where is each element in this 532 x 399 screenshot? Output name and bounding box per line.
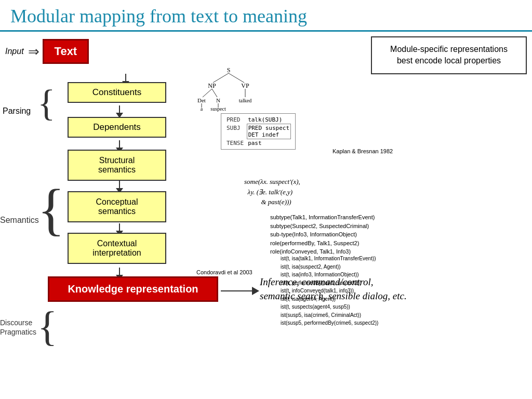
parsing-brace-icon: { (37, 84, 56, 122)
ist-item-6: ist(t, isa(agent4, Agent)) (281, 295, 378, 303)
svg-line-1 (213, 73, 229, 83)
svg-text:N: N (216, 97, 220, 103)
ist-item-7: ist(t, suspects(agent4, susp5)) (281, 303, 378, 311)
ist-item-3: ist(t, isa(info3, InformationObject)) (281, 271, 378, 279)
semantics-brace-icon: { (37, 181, 65, 238)
svg-text:S: S (227, 66, 231, 74)
svg-text:a: a (201, 106, 203, 112)
svg-text:suspect: suspect (210, 106, 226, 112)
subtype-item-4: role(performedBy, Talk1, Suspect2) (270, 239, 375, 248)
lfg-tense-label: TENSE (225, 139, 247, 148)
constituents-box: Constituents (68, 82, 166, 103)
lfg-past: past (247, 139, 290, 148)
input-row: Input ⇒ Text (5, 39, 89, 64)
input-label: Input (5, 47, 24, 56)
title-bar: Modular mapping from text to meaning (0, 0, 532, 32)
input-arrow-icon: ⇒ (28, 44, 39, 60)
ist-item-9: ist(susp5, performedBy(crime6, suspect2)… (281, 319, 378, 327)
text-box: Text (43, 39, 89, 64)
kaplan-citation: Kaplan & Bresnan 1982 (332, 148, 393, 154)
svg-text:talked: talked (239, 98, 251, 103)
ist-item-4: ist(t, performedBy(talk1, suspect2)) (281, 279, 378, 287)
knowledge-to-inference-arrow (221, 287, 259, 295)
subtype-item-1: subtype(Talk1, InformationTransferEvent) (270, 213, 375, 222)
svg-line-2 (229, 73, 244, 83)
slide-title: Modular mapping from text to meaning (10, 6, 307, 26)
ist-list: ist(t, isa(talk1, InformationTransferEve… (281, 255, 378, 327)
conceptual-semantics-box: Conceptual semantics (68, 191, 166, 222)
discourse-brace-icon: { (37, 305, 57, 347)
module-specific-box: Module-specific representations best enc… (371, 36, 527, 74)
svg-line-5 (203, 89, 212, 97)
svg-line-6 (212, 89, 217, 97)
svg-text:NP: NP (208, 82, 216, 89)
ist-item-2: ist(t, isa(suspect2, Agent)) (281, 263, 378, 271)
condoravdi-citation: Condoravdi et al 2003 (196, 269, 252, 275)
ist-item-1: ist(t, isa(talk1, InformationTransferEve… (281, 255, 378, 263)
parsing-label: Parsing (3, 107, 31, 116)
ist-item-5: ist(t, infoConveyed(talk1, info3)) (281, 287, 378, 295)
svg-text:VP: VP (241, 82, 249, 89)
structural-semantics-box: Structural semantics (68, 150, 166, 181)
dependents-box: Dependents (68, 117, 166, 138)
semantics-label: Semantics (0, 216, 39, 225)
ist-item-8: ist(susp5, isa(crime6, CriminalAct)) (281, 311, 378, 320)
knowledge-representation-box: Knowledge representation (48, 276, 218, 302)
syntax-tree-diagram: S NP VP Det N a suspect t (187, 65, 270, 112)
slide: Modular mapping from text to meaning Inp… (0, 0, 532, 399)
lfg-subj-label: SUBJ (225, 124, 247, 139)
subtype-item-2: subtype(Suspect2, SuspectedCriminal) (270, 222, 375, 231)
svg-text:Det: Det (197, 97, 206, 103)
lfg-pred-label: PRED (225, 116, 247, 124)
subtype-item-3: sub-type(Info3, InformationObject) (270, 230, 375, 239)
lfg-talk-subj: talk(SUBJ) (247, 116, 290, 124)
lambda-expression: some(λx. suspect′(x), λy. (∃e. talk′(e,y… (244, 177, 300, 207)
lfg-pred-suspect: PRED suspect (248, 125, 289, 131)
contextual-interpretation-box: Contextual interpretation (68, 233, 166, 264)
lfg-table: PRED talk(SUBJ) SUBJ PRED suspect DET in… (221, 113, 296, 150)
discourse-pragmatics-label: Discourse Pragmatics (0, 318, 36, 337)
subtype-list: subtype(Talk1, InformationTransferEvent)… (270, 213, 375, 256)
arrow-const-dep (116, 105, 123, 118)
lfg-det-indef: DET indef (248, 131, 289, 138)
